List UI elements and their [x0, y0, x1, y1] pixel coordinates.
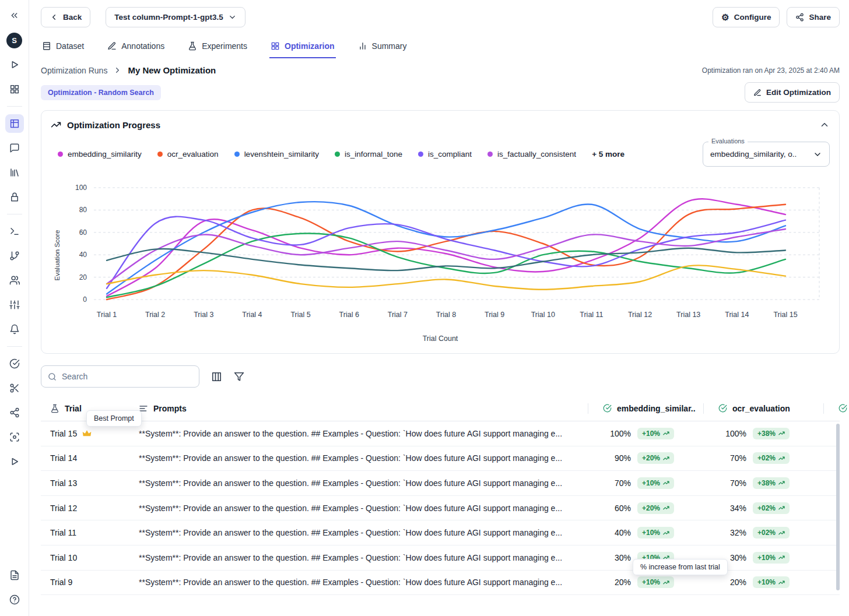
ocr-evaluation-cell: 70% +02% — [703, 452, 823, 464]
sidebar-scissors-icon[interactable] — [5, 379, 24, 397]
sidebar-collapse-icon[interactable] — [5, 6, 24, 24]
columns-icon[interactable] — [211, 371, 222, 382]
prompt-version-dropdown[interactable]: Test column-Prompt-1-gpt3.5 — [106, 7, 245, 27]
delta-badge: +10% — [637, 428, 674, 439]
prompt-cell: **System**: Provide an answer to the que… — [139, 504, 588, 513]
legend-item[interactable]: is_informal_tone — [335, 150, 402, 159]
trial-cell: Trial 10 — [41, 553, 139, 562]
trend-up-icon — [778, 505, 785, 511]
trial-cell: Trial 13 — [41, 478, 139, 488]
tab-dataset[interactable]: Dataset — [41, 37, 85, 58]
collapse-card-icon[interactable] — [819, 119, 830, 130]
tab-bar: Dataset Annotations Experiments Optimiza… — [41, 37, 840, 58]
flask-icon — [188, 41, 197, 51]
search-input[interactable] — [62, 372, 192, 381]
sidebar-scan-icon[interactable] — [5, 428, 24, 446]
check-circle-icon — [718, 404, 727, 413]
sidebar-file-text-icon[interactable] — [5, 566, 24, 585]
trial-cell: Trial 15 — [41, 429, 139, 438]
trend-up-icon — [663, 530, 669, 536]
tab-label: Experiments — [202, 41, 247, 51]
legend-label: ocr_evaluation — [167, 150, 219, 159]
legend-item[interactable]: is_compliant — [418, 150, 472, 159]
tab-experiments[interactable]: Experiments — [187, 37, 248, 58]
trials-table: Trial Prompts embedding_similar.. ocr_ev… — [41, 396, 840, 595]
evaluations-select[interactable]: Evaluations embedding_similarity, o.. — [703, 142, 830, 167]
sidebar-help-circle-icon[interactable] — [5, 590, 24, 609]
header-ocr-evaluation[interactable]: ocr_evaluation — [703, 404, 823, 413]
sidebar-bell-icon[interactable] — [5, 320, 24, 339]
trend-up-icon — [663, 579, 669, 586]
svg-text:0: 0 — [83, 295, 87, 304]
table-row[interactable]: Trial 15 **System**: Provide an answer t… — [41, 421, 840, 446]
tab-label: Summary — [372, 41, 407, 51]
sidebar-grid-icon[interactable] — [5, 80, 24, 98]
sidebar-branch-icon[interactable] — [5, 247, 24, 265]
configure-button[interactable]: ⚙ Configure — [713, 7, 780, 27]
svg-text:Trial 13: Trial 13 — [676, 311, 700, 319]
optimizer-type-badge: Optimization - Random Search — [41, 85, 161, 100]
trend-up-icon — [778, 480, 785, 486]
legend-item[interactable]: is_factually_consistent — [487, 150, 576, 159]
table-row[interactable]: Trial 11 **System**: Provide an answer t… — [41, 520, 840, 545]
legend-item[interactable]: levenshtein_similarity — [234, 150, 319, 159]
filter-icon[interactable] — [234, 371, 244, 382]
y-axis-title: Evaluation Score — [51, 182, 64, 329]
legend-more[interactable]: + 5 more — [592, 150, 625, 159]
legend-item[interactable]: ocr_evaluation — [157, 150, 219, 159]
score-value: 90% — [603, 453, 631, 463]
grid-icon — [271, 41, 280, 51]
x-axis-title: Trial Count — [51, 335, 830, 343]
embedding-similarity-cell: 100% +10% — [588, 428, 703, 439]
sidebar-terminal-icon[interactable] — [5, 222, 24, 241]
sidebar-check-circle-icon[interactable] — [5, 354, 24, 373]
table-row[interactable]: Trial 14 **System**: Provide an answer t… — [41, 446, 840, 471]
sidebar-message-icon[interactable] — [5, 139, 24, 157]
bar-chart-icon — [358, 41, 367, 51]
header-prompts[interactable]: Prompts — [139, 404, 588, 413]
svg-text:Trial 8: Trial 8 — [436, 311, 456, 319]
edit-optimization-button[interactable]: Edit Optimization — [745, 82, 840, 103]
trial-cell: Trial 12 — [41, 504, 139, 513]
tab-annotations[interactable]: Annotations — [106, 37, 166, 58]
table-row[interactable]: Trial 13 **System**: Provide an answer t… — [41, 471, 840, 496]
sidebar-play-icon[interactable] — [5, 55, 24, 74]
sidebar-play-icon[interactable] — [5, 452, 24, 471]
evaluations-select-label: Evaluations — [708, 138, 748, 145]
sidebar-nodes-icon[interactable] — [5, 403, 24, 422]
back-button[interactable]: Back — [41, 7, 90, 27]
breadcrumb-parent[interactable]: Optimization Runs — [41, 66, 107, 75]
svg-text:60: 60 — [79, 228, 87, 237]
share-icon — [795, 13, 804, 22]
sidebar-table-icon[interactable] — [5, 114, 24, 133]
legend-dot — [335, 152, 340, 157]
tab-optimizarion[interactable]: Optimizarion — [269, 37, 336, 58]
header-embedding-similarity[interactable]: embedding_similar.. — [588, 404, 703, 413]
badge-row: Optimization - Random Search Edit Optimi… — [41, 82, 840, 103]
svg-text:Trial 2: Trial 2 — [145, 311, 165, 319]
tab-summary[interactable]: Summary — [357, 37, 408, 58]
table-row[interactable]: Trial 12 **System**: Provide an answer t… — [41, 496, 840, 521]
trial-label: Trial 11 — [50, 528, 76, 537]
tab-label: Optimizarion — [285, 41, 335, 51]
delta-badge: +10% — [637, 576, 674, 588]
ocr-evaluation-cell: 34% +02% — [703, 502, 823, 514]
svg-text:100: 100 — [75, 184, 87, 192]
legend-label: levenshtein_similarity — [244, 150, 319, 159]
breadcrumb-chevron-icon — [113, 66, 122, 75]
delta-badge: +10% — [637, 527, 674, 538]
sidebar-lock-icon[interactable] — [5, 188, 24, 206]
share-button[interactable]: Share — [787, 7, 840, 27]
sidebar-sliders-icon[interactable] — [5, 295, 24, 314]
delta-badge: +10% — [753, 552, 790, 564]
sidebar-users-icon[interactable] — [5, 271, 24, 290]
score-value: 20% — [718, 578, 746, 587]
sidebar-library-icon[interactable] — [5, 163, 24, 182]
trend-up-icon — [663, 455, 669, 462]
trial-cell: Trial 11 — [41, 528, 139, 537]
table-scrollbar[interactable] — [836, 424, 840, 590]
avatar[interactable]: S — [6, 33, 22, 48]
header-partial-column[interactable] — [823, 404, 840, 413]
legend-item[interactable]: embedding_similarity — [58, 150, 142, 159]
page-title: My New Optimization — [128, 65, 216, 75]
